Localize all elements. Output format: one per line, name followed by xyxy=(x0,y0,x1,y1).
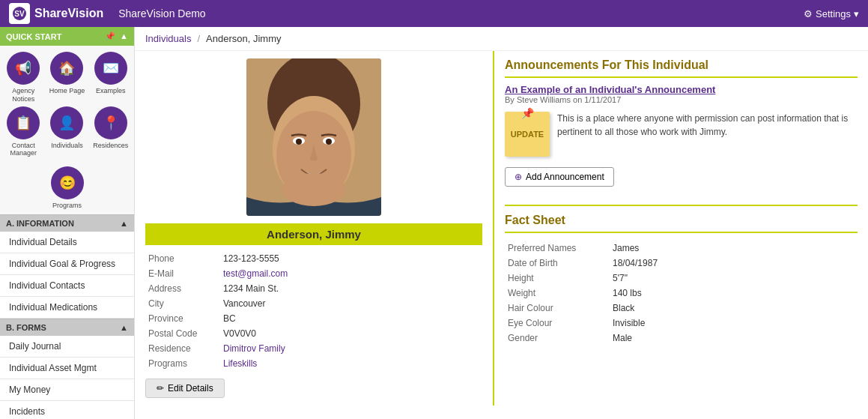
preferred-names-value: James xyxy=(610,241,858,256)
contact-manager-icon: 📋 xyxy=(7,106,40,139)
height-value: 5'7" xyxy=(610,271,858,286)
breadcrumb-current: Anderson, Jimmy xyxy=(206,33,281,44)
fact-weight: Weight 140 lbs xyxy=(505,286,858,301)
profile-city-row: City Vancouver xyxy=(145,296,482,311)
sidebar-icon-contact-manager[interactable]: 📋 Contact Manager xyxy=(3,106,43,158)
gender-value: Male xyxy=(610,331,858,346)
header-title: ShareVision Demo xyxy=(118,7,804,19)
chevron-down-icon: ▾ xyxy=(854,8,859,19)
email-value: test@gmail.com xyxy=(220,266,482,281)
left-panel: Anderson, Jimmy Phone 123-123-5555 E-Mai… xyxy=(135,51,494,406)
province-label: Province xyxy=(145,311,220,326)
logo-text: ShareVision xyxy=(34,7,103,20)
gear-icon: ⚙ xyxy=(804,8,813,19)
collapse-icon[interactable]: ▲ xyxy=(120,31,128,41)
add-announcement-button[interactable]: ⊕ Add Announcement xyxy=(505,167,614,187)
sidebar-icon-examples[interactable]: ✉️ Examples xyxy=(91,52,131,103)
email-link[interactable]: test@gmail.com xyxy=(223,268,288,279)
programs-label: Programs xyxy=(52,202,82,210)
hair-value: Black xyxy=(610,301,858,316)
svg-text:SV: SV xyxy=(14,10,25,18)
fact-gender: Gender Male xyxy=(505,331,858,346)
sidebar-item-individual-contacts[interactable]: Individual Contacts xyxy=(0,275,134,297)
sidebar-item-individual-goal[interactable]: Individual Goal & Progress xyxy=(0,253,134,275)
programs-link[interactable]: Lifeskills xyxy=(223,358,257,369)
divider xyxy=(505,205,858,206)
sidebar-icon-agency-notices[interactable]: 📢 Agency Notices xyxy=(3,52,43,103)
main-content: Individuals / Anderson, Jimmy xyxy=(135,27,868,419)
settings-button[interactable]: ⚙ Settings ▾ xyxy=(804,8,859,19)
svg-point-9 xyxy=(326,139,332,145)
residence-link[interactable]: Dimitrov Family xyxy=(223,343,285,354)
profile-residence-row: Residence Dimitrov Family xyxy=(145,341,482,356)
profile-programs-row: Programs Lifeskills xyxy=(145,356,482,371)
fact-hair: Hair Colour Black xyxy=(505,301,858,316)
announcement-author: By Steve Williams on 1/11/2017 xyxy=(505,95,858,104)
breadcrumb: Individuals / Anderson, Jimmy xyxy=(135,27,868,51)
profile-name-bar: Anderson, Jimmy xyxy=(145,223,482,245)
email-label: E-Mail xyxy=(145,266,220,281)
section-b-label: B. FORMS xyxy=(6,323,46,332)
address-value: 1234 Main St. xyxy=(220,281,482,296)
pin-icon[interactable]: 📌 xyxy=(105,31,115,41)
dob-label: Date of Birth xyxy=(505,256,610,271)
fact-sheet-title: Fact Sheet xyxy=(505,214,858,233)
section-b-collapse-icon[interactable]: ▲ xyxy=(120,323,128,332)
announcement-link[interactable]: An Example of an Individual's Announceme… xyxy=(505,84,858,95)
edit-details-button[interactable]: ✏ Edit Details xyxy=(145,379,225,398)
update-note: UPDATE xyxy=(505,112,550,157)
right-panel: Announcements For This Individual An Exa… xyxy=(494,51,868,406)
phone-label: Phone xyxy=(145,251,220,266)
sidebar-item-individual-medications[interactable]: Individual Medications xyxy=(0,297,134,319)
sidebar: QUICK START 📌 ▲ 📢 Agency Notices 🏠 Home … xyxy=(0,27,135,419)
fact-sheet-table: Preferred Names James Date of Birth 18/0… xyxy=(505,241,858,346)
sidebar-item-individual-asset-mgmt[interactable]: Individual Asset Mgmt xyxy=(0,358,134,379)
residences-icon: 📍 xyxy=(94,106,127,139)
programs-label: Programs xyxy=(145,356,220,371)
plus-circle-icon: ⊕ xyxy=(515,172,522,182)
postal-value: V0V0V0 xyxy=(220,326,482,341)
announcements-title: Announcements For This Individual xyxy=(505,58,858,78)
hair-label: Hair Colour xyxy=(505,301,610,316)
section-b-header: B. FORMS ▲ xyxy=(0,319,134,336)
section-a-label: A. INFORMATION xyxy=(6,219,74,228)
profile-province-row: Province BC xyxy=(145,311,482,326)
residence-value: Dimitrov Family xyxy=(220,341,482,356)
sidebar-icon-individuals[interactable]: 👤 Individuals xyxy=(46,106,87,158)
sidebar-icon-residences[interactable]: 📍 Residences xyxy=(91,106,131,158)
fact-eye: Eye Colour Invisible xyxy=(505,316,858,331)
announcement-box: UPDATE This is a place where anyone with… xyxy=(505,112,858,157)
fact-dob: Date of Birth 18/04/1987 xyxy=(505,256,858,271)
section-a-collapse-icon[interactable]: ▲ xyxy=(120,219,128,228)
city-label: City xyxy=(145,296,220,311)
app-header: SV ShareVision ShareVision Demo ⚙ Settin… xyxy=(0,0,868,27)
residences-label: Residences xyxy=(93,142,128,150)
sidebar-item-daily-journal[interactable]: Daily Journal xyxy=(0,336,134,358)
dob-value: 18/04/1987 xyxy=(610,256,858,271)
sidebar-icon-programs[interactable]: 😊 Programs xyxy=(0,163,134,214)
profile-photo xyxy=(246,58,381,216)
province-value: BC xyxy=(220,311,482,326)
weight-value: 140 lbs xyxy=(610,286,858,301)
sidebar-item-my-money[interactable]: My Money xyxy=(0,379,134,401)
phone-value: 123-123-5555 xyxy=(220,251,482,266)
eye-label: Eye Colour xyxy=(505,316,610,331)
profile-phone-row: Phone 123-123-5555 xyxy=(145,251,482,266)
breadcrumb-parent[interactable]: Individuals xyxy=(145,33,191,44)
profile-details-table: Phone 123-123-5555 E-Mail test@gmail.com… xyxy=(145,251,482,371)
postal-label: Postal Code xyxy=(145,326,220,341)
preferred-names-label: Preferred Names xyxy=(505,241,610,256)
quick-start-header: QUICK START 📌 ▲ xyxy=(0,27,134,46)
profile-postal-row: Postal Code V0V0V0 xyxy=(145,326,482,341)
sidebar-item-incidents[interactable]: Incidents xyxy=(0,401,134,419)
announcement-body: This is a place where anyone with permis… xyxy=(557,112,858,139)
profile-address-row: Address 1234 Main St. xyxy=(145,281,482,296)
examples-icon: ✉️ xyxy=(94,52,127,85)
sidebar-item-individual-details[interactable]: Individual Details xyxy=(0,232,134,253)
sidebar-icon-home-page[interactable]: 🏠 Home Page xyxy=(46,52,87,103)
svg-point-10 xyxy=(282,173,345,206)
fact-height: Height 5'7" xyxy=(505,271,858,286)
profile-photo-container xyxy=(145,58,482,216)
quick-start-label: QUICK START xyxy=(6,32,61,41)
examples-label: Examples xyxy=(96,87,126,95)
